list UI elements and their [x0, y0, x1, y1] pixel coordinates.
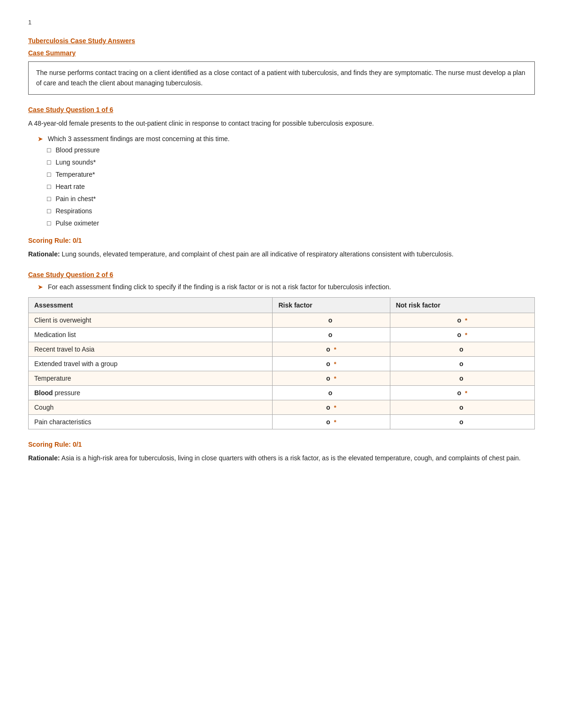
radio-icon: o	[326, 375, 330, 382]
radio-icon: o	[459, 418, 464, 426]
case-summary-box: The nurse performs contact tracing on a …	[28, 61, 535, 95]
not-risk-factor-cell[interactable]: o *	[390, 313, 534, 327]
risk-factor-cell[interactable]: o	[273, 385, 390, 400]
case-summary-title: Case Summary	[28, 49, 535, 57]
risk-factor-cell[interactable]: o *	[273, 356, 390, 371]
question2-prompt: ➤ For each assessment finding click to s…	[28, 283, 535, 291]
option-temperature: Temperature*	[55, 170, 95, 180]
question2-rationale: Rationale: Asia is a high-risk area for …	[28, 453, 535, 463]
question1-prompt: ➤ Which 3 assessment findings are most c…	[28, 135, 535, 143]
question1-options: Blood pressure Lung sounds* Temperature*…	[47, 145, 535, 228]
radio-icon: o	[326, 418, 330, 426]
question2-header: Case Study Question 2 of 6	[28, 271, 535, 278]
radio-icon: o	[328, 389, 333, 397]
arrow-icon-2: ➤	[38, 283, 43, 291]
col-header-not-risk-factor: Not risk factor	[390, 297, 534, 313]
option-pain-in-chest: Pain in chest*	[55, 194, 96, 204]
page-number: 1	[28, 19, 535, 26]
question1-prompt-text: Which 3 assessment findings are most con…	[48, 135, 230, 143]
rationale-text-1: Lung sounds, elevated temperature, and c…	[62, 250, 454, 258]
assessment-cell: Cough	[29, 400, 273, 414]
list-item[interactable]: Blood pressure	[47, 145, 535, 155]
list-item[interactable]: Lung sounds*	[47, 158, 535, 167]
assessment-cell: Extended travel with a group	[29, 356, 273, 371]
table-row: Medication list o o *	[29, 327, 535, 342]
option-heart-rate: Heart rate	[55, 182, 84, 192]
not-risk-factor-cell[interactable]: o	[390, 414, 534, 429]
risk-factor-cell[interactable]: o *	[273, 414, 390, 429]
not-risk-factor-cell[interactable]: o *	[390, 327, 534, 342]
radio-icon: o	[326, 404, 330, 411]
table-row: Client is overweight o o *	[29, 313, 535, 327]
assessment-cell: Blood pressure	[29, 385, 273, 400]
question2-scoring-rule: Scoring Rule: 0/1	[28, 441, 535, 448]
list-item[interactable]: Respirations	[47, 206, 535, 216]
correct-mark: *	[334, 404, 336, 411]
radio-icon: o	[457, 316, 462, 324]
rationale-text-2: Asia is a high-risk area for tuberculosi…	[61, 454, 521, 462]
risk-factor-cell[interactable]: o *	[273, 400, 390, 414]
list-item[interactable]: Pulse oximeter	[47, 218, 535, 228]
radio-icon: o	[326, 360, 330, 368]
case-summary-text: The nurse performs contact tracing on a …	[36, 69, 525, 87]
list-item[interactable]: Temperature*	[47, 170, 535, 180]
risk-factor-cell[interactable]: o	[273, 327, 390, 342]
question1-header: Case Study Question 1 of 6	[28, 106, 535, 113]
assessment-cell: Temperature	[29, 371, 273, 385]
option-blood-pressure: Blood pressure	[55, 145, 99, 155]
risk-factor-cell[interactable]: o *	[273, 371, 390, 385]
radio-icon: o	[459, 375, 464, 382]
question2-prompt-text: For each assessment finding click to spe…	[48, 283, 391, 291]
question1-scoring-rule: Scoring Rule: 0/1	[28, 237, 535, 244]
radio-icon: o	[457, 389, 462, 397]
radio-icon: o	[459, 404, 464, 411]
table-row: Cough o * o	[29, 400, 535, 414]
table-row: Pain characteristics o * o	[29, 414, 535, 429]
assessment-cell: Client is overweight	[29, 313, 273, 327]
radio-icon: o	[459, 345, 464, 353]
assessment-cell: Recent travel to Asia	[29, 342, 273, 356]
table-row: Recent travel to Asia o * o	[29, 342, 535, 356]
correct-mark: *	[465, 331, 467, 338]
radio-icon: o	[328, 316, 333, 324]
table-row: Temperature o * o	[29, 371, 535, 385]
option-respirations: Respirations	[55, 206, 92, 216]
correct-mark: *	[334, 375, 336, 382]
risk-factor-table: Assessment Risk factor Not risk factor C…	[28, 297, 535, 429]
rationale-label-1: Rationale:	[28, 250, 60, 258]
correct-mark: *	[465, 390, 467, 397]
not-risk-factor-cell[interactable]: o	[390, 342, 534, 356]
arrow-icon-1: ➤	[38, 135, 43, 143]
radio-icon: o	[459, 360, 464, 368]
not-risk-factor-cell[interactable]: o	[390, 356, 534, 371]
question1-text: A 48-year-old female presents to the out…	[28, 118, 535, 128]
option-lung-sounds: Lung sounds*	[55, 158, 96, 167]
col-header-assessment: Assessment	[29, 297, 273, 313]
correct-mark: *	[334, 360, 336, 368]
risk-factor-cell[interactable]: o	[273, 313, 390, 327]
radio-icon: o	[457, 331, 462, 338]
list-item[interactable]: Pain in chest*	[47, 194, 535, 204]
correct-mark: *	[334, 419, 336, 426]
not-risk-factor-cell[interactable]: o *	[390, 385, 534, 400]
correct-mark: *	[334, 346, 336, 353]
assessment-cell: Pain characteristics	[29, 414, 273, 429]
risk-factor-cell[interactable]: o *	[273, 342, 390, 356]
main-title: Tuberculosis Case Study Answers	[28, 37, 535, 45]
option-pulse-oximeter: Pulse oximeter	[55, 218, 99, 228]
not-risk-factor-cell[interactable]: o	[390, 400, 534, 414]
question1-rationale: Rationale: Lung sounds, elevated tempera…	[28, 249, 535, 259]
radio-icon: o	[326, 345, 330, 353]
bold-label: Blood	[34, 389, 53, 397]
col-header-risk-factor: Risk factor	[273, 297, 390, 313]
not-risk-factor-cell[interactable]: o	[390, 371, 534, 385]
assessment-cell: Medication list	[29, 327, 273, 342]
table-row: Extended travel with a group o * o	[29, 356, 535, 371]
radio-icon: o	[328, 331, 333, 338]
table-row: Blood pressure o o *	[29, 385, 535, 400]
rationale-label-2: Rationale:	[28, 454, 60, 462]
correct-mark: *	[465, 317, 467, 324]
list-item[interactable]: Heart rate	[47, 182, 535, 192]
